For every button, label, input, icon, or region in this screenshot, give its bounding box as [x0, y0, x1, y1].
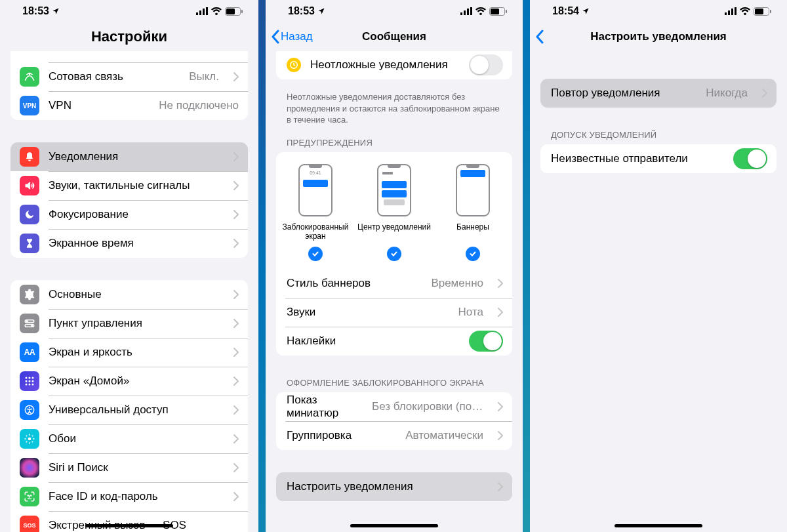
row-wallpaper[interactable]: Обои [10, 424, 248, 453]
row-unknown-senders[interactable]: Неизвестные отправители [540, 144, 777, 173]
urgent-switch[interactable] [469, 54, 503, 75]
alert-check-icon [387, 247, 401, 261]
home-indicator[interactable] [350, 524, 438, 527]
row-sos[interactable]: SOS Экстренный вызов — SOS [10, 511, 248, 532]
row-badges[interactable]: Наклейки [276, 327, 512, 356]
svg-point-15 [32, 377, 34, 379]
svg-rect-44 [728, 10, 730, 15]
row-faceid[interactable]: Face ID и код-пароль [10, 482, 248, 511]
svg-point-17 [29, 380, 31, 382]
switches-icon [20, 314, 39, 333]
row-label: Пункт управления [49, 317, 219, 330]
svg-point-10 [26, 321, 28, 322]
row-label: Экранное время [49, 237, 219, 250]
row-repeat-alert[interactable]: Повтор уведомления Никогда [540, 79, 777, 108]
cellular-icon [725, 7, 737, 15]
row-notifications[interactable]: Уведомления [10, 142, 248, 171]
chevron-left-icon [271, 30, 279, 44]
row-label: Обои [49, 432, 219, 445]
home-indicator[interactable] [615, 524, 702, 527]
row-label: Сотовая связь [49, 70, 180, 83]
svg-rect-6 [241, 10, 243, 13]
row-general[interactable]: Основные [10, 280, 248, 309]
svg-point-18 [32, 380, 34, 382]
alert-notification-center[interactable]: Центр уведомлений [355, 164, 434, 262]
alert-lockscreen[interactable]: 09:41 Заблокированный экран [277, 164, 355, 262]
row-display[interactable]: AA Экран и яркость [10, 338, 248, 367]
row-value: Никогда [706, 87, 748, 100]
svg-rect-3 [206, 7, 208, 15]
battery-icon [754, 7, 771, 16]
screen-settings-root: 18:53 Настройки Сотовая связь Выкл. VPN [0, 0, 258, 532]
battery-icon [489, 7, 507, 16]
page-title: Настройки [91, 28, 167, 45]
row-label: Экран и яркость [49, 346, 219, 359]
chevron-icon [233, 492, 239, 501]
row-vpn[interactable]: VPN VPN Не подключено [10, 91, 248, 120]
svg-point-7 [29, 73, 30, 75]
chevron-icon [233, 290, 239, 299]
chevron-icon [233, 434, 239, 443]
clock-icon [287, 58, 301, 72]
sos-icon: SOS [20, 516, 39, 532]
chevron-icon [233, 377, 239, 386]
row-sounds[interactable]: Звуки Нота [276, 298, 512, 327]
speaker-icon [20, 176, 39, 195]
status-time: 18:53 [288, 5, 315, 17]
status-bar: 18:54 [530, 0, 787, 22]
row-label: Универсальный доступ [49, 403, 219, 417]
chevron-icon [498, 402, 503, 411]
chevron-icon [233, 319, 239, 328]
wifi-icon [475, 7, 486, 15]
accessibility-icon [20, 400, 39, 420]
badges-switch[interactable] [469, 331, 503, 352]
row-grouping[interactable]: Группировка Автоматически [276, 421, 512, 450]
unknown-switch[interactable] [733, 148, 767, 169]
customize-button[interactable]: Настроить уведомления [276, 472, 512, 501]
row-sounds[interactable]: Звуки, тактильные сигналы [10, 171, 248, 200]
svg-rect-1 [199, 10, 201, 15]
svg-rect-2 [203, 9, 205, 15]
page-title: Настроить уведомления [590, 30, 727, 43]
nav-bar: Настроить уведомления [530, 22, 787, 51]
urgent-footer: Неотложные уведомления доставляются без … [287, 91, 502, 126]
row-cellular[interactable]: Сотовая связь Выкл. [10, 62, 248, 91]
row-label: Неизвестные отправители [551, 152, 724, 165]
siri-icon [20, 458, 39, 478]
chevron-icon [233, 239, 239, 248]
svg-rect-36 [464, 10, 466, 15]
chevron-icon [233, 152, 239, 161]
row-accessibility[interactable]: Универсальный доступ [10, 396, 248, 424]
svg-point-24 [28, 438, 31, 441]
row-previews[interactable]: Показ миниатюр Без блокировки (по ум... [276, 392, 512, 421]
hourglass-icon [20, 234, 39, 253]
alert-check-icon [308, 247, 323, 261]
row-focus[interactable]: Фокусирование [10, 200, 248, 229]
location-icon [582, 7, 590, 15]
wifi-icon [211, 7, 222, 15]
chevron-icon [233, 181, 239, 190]
alerts-header: ПРЕДУПРЕЖДЕНИЯ [287, 138, 502, 148]
svg-point-34 [31, 495, 31, 496]
chevron-icon [233, 348, 239, 357]
chevron-icon [498, 431, 503, 440]
back-button[interactable]: Назад [271, 30, 313, 44]
row-screentime[interactable]: Экранное время [10, 229, 248, 258]
alert-banners[interactable]: Баннеры [434, 164, 512, 262]
row-urgent[interactable]: Неотложные уведомления [276, 51, 512, 79]
row-control-center[interactable]: Пункт управления [10, 309, 248, 338]
status-time: 18:53 [22, 5, 49, 17]
svg-line-29 [26, 436, 28, 437]
home-indicator[interactable] [85, 524, 173, 527]
row-homescreen[interactable]: Экран «Домой» [10, 367, 248, 396]
chevron-icon [498, 308, 503, 317]
row-cut-bluetooth[interactable] [10, 51, 248, 62]
svg-point-16 [26, 380, 28, 382]
screen-messages-notifications: 18:53 Назад Сообщения Неотложные уведомл… [266, 0, 523, 532]
row-banner-style[interactable]: Стиль баннеров Временно [276, 269, 512, 298]
row-siri[interactable]: Siri и Поиск [10, 453, 248, 482]
back-button[interactable] [535, 30, 544, 44]
svg-rect-48 [755, 9, 763, 14]
svg-point-14 [29, 377, 31, 379]
cellular-icon [460, 7, 472, 15]
